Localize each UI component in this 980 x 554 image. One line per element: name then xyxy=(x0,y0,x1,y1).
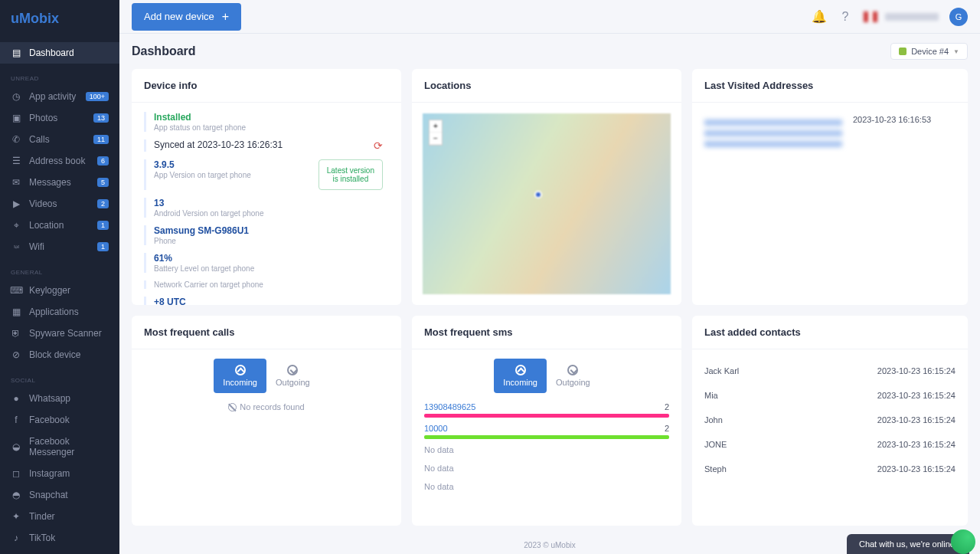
card-body: Incoming Outgoing 139084896252 100002 No… xyxy=(412,349,681,526)
sidebar-item-label: Address book xyxy=(29,156,90,166)
zoom-out-icon[interactable]: − xyxy=(430,133,442,145)
tab-label: Outgoing xyxy=(276,378,310,387)
sidebar-item-snapchat[interactable]: ◓ Snapchat xyxy=(0,484,119,506)
tab-outgoing[interactable]: Outgoing xyxy=(266,359,319,393)
outgoing-icon xyxy=(567,365,578,375)
topbar: Add new device + 🔔 ? G xyxy=(119,0,980,34)
phone-value: Samsung SM-G986U1 xyxy=(154,225,383,236)
sms-count: 2 xyxy=(665,402,669,411)
no-data: No data xyxy=(424,445,669,454)
sidebar-item-whatsapp[interactable]: ● Whatsapp xyxy=(0,388,119,409)
contact-name: Steph xyxy=(704,464,727,474)
sidebar-item-photos[interactable]: ▣ Photos 13 xyxy=(0,107,119,129)
bar-indicator xyxy=(424,414,669,418)
sidebar-item-label: App activity xyxy=(29,91,78,102)
contact-timestamp: 2023-10-23 16:15:24 xyxy=(877,440,956,449)
dashboard-grid: Device info Installed App status on targ… xyxy=(119,69,980,536)
sms-number-link[interactable]: 10000 xyxy=(424,424,448,433)
add-device-button[interactable]: Add new device + xyxy=(132,3,241,31)
chat-label: Chat with us, we're online! xyxy=(859,539,957,549)
android-desc: Android Version on target phone xyxy=(154,209,383,218)
contacts-icon: ☰ xyxy=(11,156,21,166)
sidebar-item-label: TikTok xyxy=(29,533,109,543)
card-body: +− xyxy=(412,103,681,305)
sidebar-item-label: Location xyxy=(29,220,90,231)
chat-widget[interactable]: Chat with us, we're online! xyxy=(847,534,969,554)
sidebar-item-spyware[interactable]: ⛨ Spyware Scanner xyxy=(0,323,119,344)
sidebar-item-tiktok[interactable]: ♪ TikTok xyxy=(0,527,119,549)
sidebar-item-messages[interactable]: ✉ Messages 5 xyxy=(0,172,119,193)
locale-flag[interactable] xyxy=(864,11,877,22)
no-data: No data xyxy=(424,464,669,473)
battery-value: 61% xyxy=(154,253,383,264)
sidebar-item-wifi[interactable]: ⎃ Wifi 1 xyxy=(0,236,119,257)
address-timestamp: 2023-10-23 16:16:53 xyxy=(853,115,931,124)
contact-timestamp: 2023-10-23 16:15:24 xyxy=(877,366,956,375)
contact-row: JONE2023-10-23 16:15:24 xyxy=(704,432,956,457)
sms-row: 100002 xyxy=(424,424,669,439)
no-data: No data xyxy=(424,482,669,491)
messenger-icon: ◒ xyxy=(11,441,21,452)
sidebar-item-address-book[interactable]: ☰ Address book 6 xyxy=(0,150,119,172)
card-body: Installed App status on target phone Syn… xyxy=(132,103,401,305)
logo[interactable]: uMobix xyxy=(0,0,119,27)
badge: 6 xyxy=(97,156,109,166)
photo-icon: ▣ xyxy=(11,113,21,123)
sidebar-item-keylogger[interactable]: ⌨ Keylogger xyxy=(0,280,119,301)
sidebar-item-label: Instagram xyxy=(29,468,109,479)
avatar[interactable]: G xyxy=(949,8,968,26)
phone-icon: ✆ xyxy=(11,134,21,145)
status-desc: App status on target phone xyxy=(154,123,383,132)
sidebar-item-label: Snapchat xyxy=(29,490,109,500)
sms-number-link[interactable]: 13908489625 xyxy=(424,402,475,411)
map[interactable]: +− xyxy=(423,113,671,294)
contact-row: Mia2023-10-23 16:15:24 xyxy=(704,383,956,408)
sidebar-item-instagram[interactable]: ◻ Instagram xyxy=(0,463,119,484)
sidebar-item-dashboard[interactable]: ▤ Dashboard xyxy=(0,42,119,64)
sidebar-item-videos[interactable]: ▶ Videos 2 xyxy=(0,193,119,215)
sidebar-item-applications[interactable]: ▦ Applications xyxy=(0,301,119,323)
badge: 13 xyxy=(93,113,109,123)
version-pill-l2: is installed xyxy=(327,175,374,183)
sidebar-item-calls[interactable]: ✆ Calls 11 xyxy=(0,129,119,150)
address-blurred xyxy=(704,115,842,147)
contact-name: John xyxy=(704,415,723,425)
help-icon[interactable]: ? xyxy=(838,9,853,25)
sidebar-item-label: Facebook xyxy=(29,415,109,425)
device-selector[interactable]: Device #4 ▼ xyxy=(890,43,968,60)
tab-label: Incoming xyxy=(223,378,257,387)
sidebar-item-facebook[interactable]: f Facebook xyxy=(0,409,119,431)
sms-count: 2 xyxy=(665,424,669,433)
tab-outgoing[interactable]: Outgoing xyxy=(547,359,599,393)
sidebar-item-zoom[interactable]: ■ Zoom xyxy=(0,549,119,554)
sidebar-item-messenger[interactable]: ◒ Facebook Messenger xyxy=(0,431,119,463)
app-version-desc: App Version on target phone xyxy=(154,171,318,179)
map-zoom-controls[interactable]: +− xyxy=(429,120,443,146)
refresh-icon[interactable]: ⟳ xyxy=(374,139,383,152)
map-pin-icon xyxy=(534,191,542,198)
sms-row: 139084896252 xyxy=(424,402,669,418)
card-body: Jack Karl2023-10-23 16:15:24 Mia2023-10-… xyxy=(692,349,968,526)
sidebar-item-label: Keylogger xyxy=(29,285,109,296)
card-title: Most frequent calls xyxy=(132,316,401,349)
zoom-in-icon[interactable]: + xyxy=(430,120,442,133)
scrollbar[interactable] xyxy=(959,97,966,303)
sidebar-item-tinder[interactable]: ✦ Tinder xyxy=(0,506,119,527)
notifications-icon[interactable]: 🔔 xyxy=(812,9,827,25)
card-title: Last added contacts xyxy=(692,316,968,349)
badge: 11 xyxy=(93,135,109,144)
sidebar-item-app-activity[interactable]: ◷ App activity 100+ xyxy=(0,86,119,107)
card-sms: Most frequent sms Incoming Outgoing 1390… xyxy=(412,316,681,526)
card-title: Last Visited Addresses xyxy=(692,69,968,103)
keyboard-icon: ⌨ xyxy=(11,285,21,296)
sidebar-item-location[interactable]: ⌖ Location 1 xyxy=(0,215,119,236)
instagram-icon: ◻ xyxy=(11,468,21,479)
shield-icon: ⛨ xyxy=(11,328,21,339)
contact-name: Jack Karl xyxy=(704,366,739,375)
android-icon xyxy=(899,48,906,55)
tab-incoming[interactable]: Incoming xyxy=(494,359,547,393)
tz-value: +8 UTC xyxy=(154,297,383,305)
facebook-icon: f xyxy=(11,415,21,425)
tab-incoming[interactable]: Incoming xyxy=(214,359,266,393)
sidebar-item-block[interactable]: ⊘ Block device xyxy=(0,344,119,366)
